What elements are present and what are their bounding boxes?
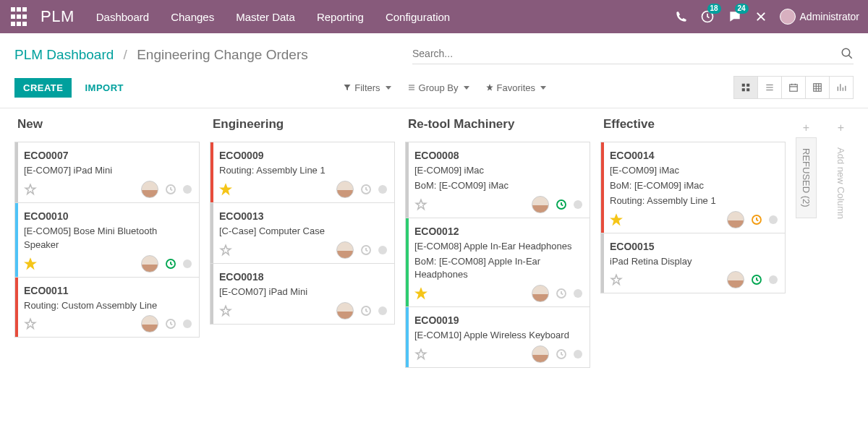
state-dot[interactable] [378,306,387,315]
kanban-card[interactable]: ECO0007[E-COM07] iPad Mini [14,142,200,203]
star-icon[interactable] [24,317,37,330]
kanban-card[interactable]: ECO0019[E-COM10] Apple Wireless Keyboard [405,306,590,368]
filters-button[interactable]: Filters [343,82,391,93]
assignee-avatar[interactable] [141,181,158,198]
create-button[interactable]: CREATE [14,78,72,98]
star-icon[interactable] [24,183,37,196]
state-dot[interactable] [378,246,387,254]
search-input[interactable] [412,45,841,62]
status-stripe [601,233,604,293]
activity-icon[interactable] [164,183,177,196]
user-menu[interactable]: Administrator [780,9,859,25]
nav-item-dashboard[interactable]: Dashboard [96,11,149,23]
star-icon[interactable] [610,213,623,226]
favorites-button[interactable]: Favorites [485,82,546,93]
state-dot[interactable] [378,185,387,194]
search-icon[interactable] [841,47,854,60]
activity-icon[interactable] [750,213,763,226]
star-icon[interactable] [219,304,232,317]
activity-icon[interactable] [555,348,568,361]
import-button[interactable]: IMPORT [85,82,124,93]
assignee-avatar[interactable] [336,241,354,259]
kanban-card[interactable]: ECO0013[C-Case] Computer Case [210,202,395,264]
state-dot[interactable] [574,289,582,298]
nav-item-configuration[interactable]: Configuration [386,11,450,23]
view-pivot[interactable] [805,76,830,99]
kanban-card[interactable]: ECO0009Routing: Assembly Line 1 [210,142,395,203]
close-icon[interactable] [755,11,767,22]
card-line: BoM: [E-COM08] Apple In-Ear Headphones [414,255,582,283]
view-kanban[interactable] [733,76,758,99]
add-column-button[interactable]: Add new Column [831,137,851,229]
view-calendar[interactable] [781,76,806,99]
state-dot[interactable] [769,215,778,224]
kanban-card[interactable]: ECO0008[E-COM09] iMacBoM: [E-COM09] iMac [405,142,590,218]
assignee-avatar[interactable] [336,181,354,198]
view-graph[interactable] [829,76,854,99]
card-line: iPad Retina Display [610,255,778,269]
view-list[interactable] [757,76,782,99]
activity-icon[interactable] [164,257,177,270]
nav-item-masterdata[interactable]: Master Data [236,11,295,23]
star-icon[interactable] [414,198,427,211]
phone-icon[interactable] [676,11,687,22]
state-dot[interactable] [574,350,582,359]
brand: PLM [41,7,75,26]
activity-icon[interactable] [359,183,373,196]
view-switcher [734,76,854,99]
state-dot[interactable] [183,185,192,194]
assignee-avatar[interactable] [532,196,549,213]
status-stripe [15,278,18,338]
column-title[interactable]: Engineering [210,117,395,132]
activity-icon[interactable] [555,198,568,211]
status-stripe [210,264,213,324]
card-line: Routing: Custom Assembly Line [24,299,192,313]
activity-icon[interactable] [555,287,568,300]
activity-icon[interactable] [164,317,177,330]
card-title: ECO0019 [414,314,582,326]
activity-icon[interactable] [359,244,373,257]
star-icon[interactable] [219,183,232,196]
activities-button[interactable]: 18 [700,9,715,24]
assignee-avatar[interactable] [141,315,158,332]
assignee-avatar[interactable] [727,211,744,228]
card-title: ECO0018 [219,271,387,283]
state-dot[interactable] [769,275,778,284]
nav-item-reporting[interactable]: Reporting [317,11,364,23]
activity-icon[interactable] [359,304,373,317]
column-title[interactable]: Effective [600,117,786,132]
search-field[interactable] [412,45,854,64]
column-title[interactable]: Re-tool Machinery [405,117,590,132]
kanban-card[interactable]: ECO0014[E-COM09] iMacBoM: [E-COM09] iMac… [600,142,786,233]
assignee-avatar[interactable] [141,255,158,272]
breadcrumb-root[interactable]: PLM Dashboard [14,47,114,62]
star-icon[interactable] [219,244,232,257]
kanban-card[interactable]: ECO0011Routing: Custom Assembly Line [14,277,200,338]
kanban-card[interactable]: ECO0010[E-COM05] Bose Mini Bluetooth Spe… [14,202,200,278]
kanban-card[interactable]: ECO0012[E-COM08] Apple In-Ear Headphones… [405,218,590,308]
collapsed-column[interactable]: REFUSED (2) [796,137,817,218]
column-title[interactable]: New [14,117,200,132]
apps-icon[interactable] [9,7,29,27]
star-icon[interactable] [610,273,623,286]
avatar-icon [780,9,796,25]
star-icon[interactable] [414,348,427,361]
star-icon[interactable] [414,287,427,300]
assignee-avatar[interactable] [336,302,354,319]
groupby-button[interactable]: Group By [407,82,469,93]
state-dot[interactable] [183,259,192,268]
state-dot[interactable] [183,319,192,328]
kanban-card[interactable]: ECO0018[E-COM07] iPad Mini [210,263,395,325]
assignee-avatar[interactable] [532,285,549,302]
state-dot[interactable] [574,200,582,209]
nav-item-changes[interactable]: Changes [171,11,214,23]
card-line: [E-COM09] iMac [610,164,778,178]
kanban-card[interactable]: ECO0015iPad Retina Display [600,233,786,294]
add-column-plus-icon[interactable]: + [831,117,851,137]
assignee-avatar[interactable] [532,345,549,363]
assignee-avatar[interactable] [727,271,744,288]
activity-icon[interactable] [750,273,763,286]
status-stripe [406,307,409,367]
star-icon[interactable] [24,257,37,270]
messages-button[interactable]: 24 [728,9,742,24]
